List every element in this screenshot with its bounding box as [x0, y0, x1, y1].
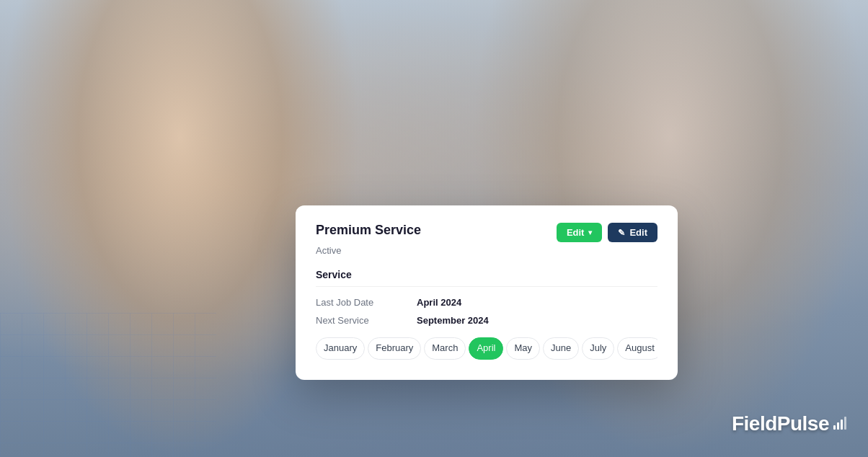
- signal-bar-3: [841, 420, 843, 430]
- modal-title-block: Premium Service: [316, 223, 421, 239]
- next-service-value: September 2024: [417, 315, 489, 326]
- grid-overlay: [0, 313, 216, 457]
- last-job-date-value: April 2024: [417, 297, 461, 308]
- service-modal: Premium Service Edit ▾ ✎ Edit Active Ser…: [296, 205, 678, 380]
- signal-bar-4: [844, 417, 846, 430]
- fieldpulse-logo: FieldPulse: [732, 412, 846, 435]
- section-title: Service: [316, 269, 657, 287]
- chevron-down-icon: ▾: [588, 228, 592, 236]
- month-chip-august[interactable]: August: [617, 337, 657, 360]
- month-chip-april[interactable]: April: [469, 337, 503, 360]
- month-chip-july[interactable]: July: [582, 337, 614, 360]
- logo-text: FieldPulse: [732, 412, 829, 435]
- next-service-row: Next Service September 2024: [316, 315, 657, 326]
- signal-icon: [833, 417, 846, 430]
- last-job-date-label: Last Job Date: [316, 297, 417, 308]
- months-row: JanuaryFebruaryMarchAprilMayJuneJulyAugu…: [316, 337, 657, 360]
- month-chip-march[interactable]: March: [424, 337, 466, 360]
- signal-bar-2: [837, 422, 839, 430]
- month-chip-may[interactable]: May: [506, 337, 540, 360]
- edit-dropdown-button[interactable]: Edit ▾: [557, 223, 603, 242]
- month-chip-january[interactable]: January: [316, 337, 365, 360]
- edit-dark-label: Edit: [629, 227, 647, 238]
- month-chip-february[interactable]: February: [368, 337, 421, 360]
- modal-title: Premium Service: [316, 223, 421, 239]
- last-job-date-row: Last Job Date April 2024: [316, 297, 657, 308]
- edit-dark-button[interactable]: ✎ Edit: [608, 223, 657, 242]
- next-service-label: Next Service: [316, 315, 417, 326]
- header-buttons: Edit ▾ ✎ Edit: [557, 223, 657, 242]
- month-chip-june[interactable]: June: [543, 337, 579, 360]
- edit-green-label: Edit: [567, 227, 585, 238]
- status-badge: Active: [316, 245, 657, 256]
- edit-pencil-icon: ✎: [618, 228, 625, 238]
- signal-bar-1: [833, 425, 836, 430]
- modal-header: Premium Service Edit ▾ ✎ Edit: [316, 223, 657, 242]
